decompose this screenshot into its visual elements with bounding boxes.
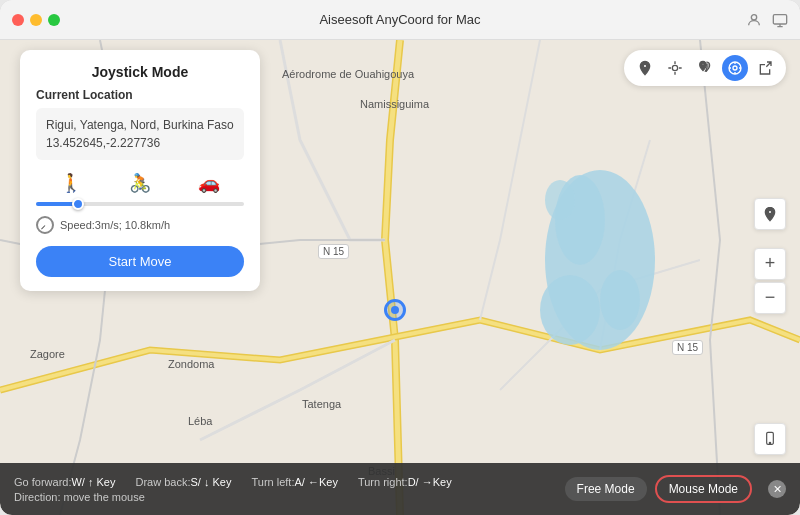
map-container: Aérodrome de Ouahigouya Namissiguima N 1…	[0, 40, 800, 515]
bike-icon[interactable]: 🚴	[129, 172, 151, 194]
pin-button[interactable]	[632, 55, 658, 81]
hint-right: Turn right:D/ →Key	[358, 476, 452, 488]
location-marker	[384, 299, 406, 321]
status-hints: Go forward:W/ ↑ Key Draw back:S/ ↓ Key T…	[14, 476, 565, 503]
walk-icon[interactable]: 🚶	[60, 172, 82, 194]
device-button[interactable]	[754, 423, 786, 455]
zoom-out-button[interactable]: −	[754, 282, 786, 314]
hint-row-1: Go forward:W/ ↑ Key Draw back:S/ ↓ Key T…	[14, 476, 565, 488]
screen-icon[interactable]	[772, 12, 788, 28]
multi-pin-button[interactable]	[692, 55, 718, 81]
hint-back: Draw back:S/ ↓ Key	[135, 476, 231, 488]
hint-left: Turn left:A/ ←Key	[251, 476, 337, 488]
mode-buttons: Free Mode Mouse Mode ✕	[565, 475, 786, 503]
hint-row-2: Direction: move the mouse	[14, 491, 565, 503]
svg-point-13	[769, 442, 770, 443]
section-label: Current Location	[36, 88, 244, 102]
location-line2: 13.452645,-2.227736	[46, 136, 160, 150]
free-mode-button[interactable]: Free Mode	[565, 477, 647, 501]
status-bar: Go forward:W/ ↑ Key Draw back:S/ ↓ Key T…	[0, 463, 800, 515]
location-center-button[interactable]	[754, 198, 786, 230]
svg-point-6	[540, 275, 600, 345]
minimize-dot[interactable]	[30, 14, 42, 26]
svg-point-10	[733, 66, 737, 70]
svg-point-7	[600, 270, 640, 330]
svg-point-8	[545, 180, 575, 220]
svg-rect-1	[773, 14, 786, 23]
control-panel: Joystick Mode Current Location Rigui, Ya…	[20, 50, 260, 291]
crosshair-button[interactable]	[662, 55, 688, 81]
panel-title: Joystick Mode	[36, 64, 244, 80]
hint-direction: Direction: move the mouse	[14, 491, 145, 503]
user-icon[interactable]	[746, 12, 762, 28]
speed-info: Speed:3m/s; 10.8km/h	[36, 216, 244, 234]
titlebar: Aiseesoft AnyCoord for Mac	[0, 0, 800, 40]
speedometer-icon	[36, 216, 54, 234]
speed-slider[interactable]	[36, 202, 244, 206]
speed-slider-container	[36, 202, 244, 206]
window-title: Aiseesoft AnyCoord for Mac	[319, 12, 480, 27]
app-window: Aiseesoft AnyCoord for Mac	[0, 0, 800, 515]
svg-point-0	[751, 14, 756, 19]
location-box: Rigui, Yatenga, Nord, Burkina Faso 13.45…	[36, 108, 244, 160]
close-dot[interactable]	[12, 14, 24, 26]
joystick-button[interactable]	[722, 55, 748, 81]
fullscreen-dot[interactable]	[48, 14, 60, 26]
location-line1: Rigui, Yatenga, Nord, Burkina Faso	[46, 118, 234, 132]
close-status-button[interactable]: ✕	[768, 480, 786, 498]
transport-icons: 🚶 🚴 🚗	[36, 172, 244, 194]
hint-forward: Go forward:W/ ↑ Key	[14, 476, 115, 488]
mouse-mode-button[interactable]: Mouse Mode	[655, 475, 752, 503]
speed-text: Speed:3m/s; 10.8km/h	[60, 219, 170, 231]
map-toolbar	[624, 50, 786, 86]
car-icon[interactable]: 🚗	[198, 172, 220, 194]
titlebar-icons	[746, 12, 788, 28]
zoom-controls: + −	[754, 248, 786, 314]
zoom-in-button[interactable]: +	[754, 248, 786, 280]
traffic-lights	[12, 14, 60, 26]
export-button[interactable]	[752, 55, 778, 81]
start-move-button[interactable]: Start Move	[36, 246, 244, 277]
svg-point-9	[672, 65, 677, 70]
